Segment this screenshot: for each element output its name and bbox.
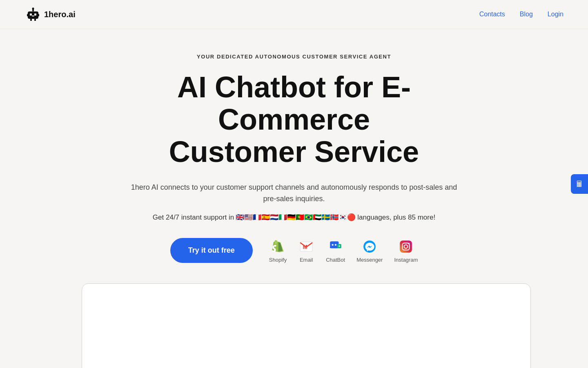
svg-point-13 [332, 244, 333, 245]
messenger-label: Messenger [356, 257, 383, 263]
nav-links: Contacts Blog Login [479, 11, 564, 18]
svg-point-21 [408, 243, 410, 244]
chatbot-icon [327, 238, 344, 255]
svg-rect-3 [32, 16, 34, 16]
hero-title-line2: Customer Service [169, 135, 419, 168]
hero-title-line1: AI Chatbot for E-Commerce [177, 71, 411, 136]
instagram-label: Instagram [394, 257, 418, 263]
svg-point-14 [335, 244, 336, 245]
cta-row: Try it out free Shopify [170, 238, 418, 263]
hero-description: 1hero AI connects to your customer suppo… [127, 182, 461, 205]
logo-text: 1hero.ai [44, 10, 76, 19]
integrations-list: Shopify M Email [269, 238, 418, 263]
integration-instagram: Instagram [394, 238, 418, 263]
nav-blog[interactable]: Blog [520, 11, 533, 18]
logo-icon [24, 6, 42, 23]
chatbot-label: ChatBot [326, 257, 345, 263]
email-icon: M [298, 238, 314, 255]
shopify-label: Shopify [269, 257, 287, 263]
svg-rect-6 [27, 14, 28, 16]
languages-prefix: Get 24/7 instant support in [153, 213, 234, 222]
svg-text:M: M [303, 244, 308, 250]
nav-contacts[interactable]: Contacts [479, 11, 505, 18]
integration-chatbot: ChatBot [326, 238, 345, 263]
hero-languages: Get 24/7 instant support in 🇬🇧🇺🇸🇫🇷🇪🇸🇳🇱🇮🇹… [153, 213, 435, 222]
hero-title: AI Chatbot for E-Commerce Customer Servi… [110, 71, 478, 168]
hero-section: YOUR DEDICATED AUTONOMOUS CUSTOMER SERVI… [0, 29, 588, 368]
flag-row: 🇬🇧🇺🇸🇫🇷🇪🇸🇳🇱🇮🇹🇩🇪🇵🇹🇧🇷🇦🇪🇸🇪🇳🇴🇰🇷🔴 [236, 213, 356, 222]
svg-point-5 [32, 8, 34, 10]
messenger-icon [361, 238, 378, 255]
instagram-icon [398, 238, 414, 255]
nav-login[interactable]: Login [548, 11, 564, 18]
languages-suffix: languages, plus 85 more! [357, 213, 435, 222]
navbar: 1hero.ai Contacts Blog Login [0, 0, 588, 29]
integration-messenger: Messenger [356, 238, 383, 263]
svg-rect-7 [38, 14, 39, 16]
hero-subtitle: YOUR DEDICATED AUTONOMOUS CUSTOMER SERVI… [197, 54, 391, 60]
logo[interactable]: 1hero.ai [24, 6, 76, 23]
integration-email: M Email [298, 238, 314, 263]
svg-rect-2 [34, 13, 36, 16]
svg-rect-0 [28, 11, 38, 19]
svg-rect-18 [400, 240, 412, 253]
shopify-icon [270, 238, 286, 255]
svg-rect-9 [34, 19, 36, 21]
integration-shopify: Shopify [269, 238, 287, 263]
email-label: Email [300, 257, 313, 263]
demo-card [82, 283, 531, 368]
calculator-icon: 🖩 [575, 180, 584, 189]
svg-rect-1 [30, 13, 32, 16]
svg-rect-8 [30, 19, 32, 21]
svg-point-16 [339, 245, 340, 247]
try-free-button[interactable]: Try it out free [170, 238, 253, 263]
floating-calculator-button[interactable]: 🖩 [571, 174, 588, 194]
